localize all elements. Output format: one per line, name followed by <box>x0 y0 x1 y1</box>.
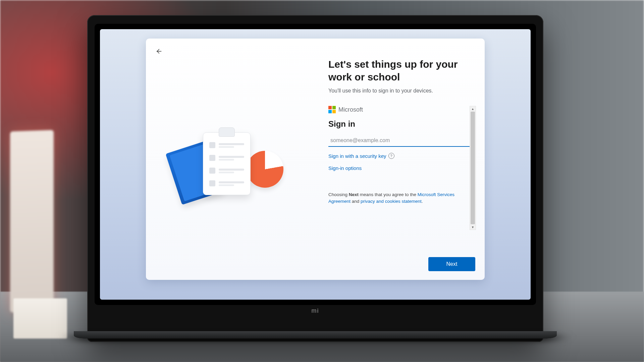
email-field[interactable] <box>328 135 474 147</box>
security-key-link-label: Sign in with a security key <box>328 153 386 159</box>
decor-box <box>13 298 67 339</box>
lamp <box>10 130 54 313</box>
signin-scroll-region: Microsoft Sign in Sign in with a securit… <box>328 106 476 230</box>
back-button[interactable] <box>152 45 165 58</box>
laptop-brand-label: mi <box>312 307 319 314</box>
laptop: mi <box>87 15 543 342</box>
screen: Let's set things up for your work or sch… <box>100 29 531 300</box>
page-subtitle: You'll use this info to sign in to your … <box>328 88 476 94</box>
legal-text: Choosing Next means that you agree to th… <box>328 191 470 205</box>
pie-chart-icon <box>247 151 283 188</box>
clipboard-icon <box>203 132 251 195</box>
laptop-base <box>74 331 557 339</box>
microsoft-brand-label: Microsoft <box>338 106 363 113</box>
signin-pane: Let's set things up for your work or sch… <box>328 58 476 272</box>
microsoft-logo-icon <box>328 106 336 113</box>
privacy-statement-link[interactable]: privacy and cookies statement <box>361 199 422 204</box>
next-button[interactable]: Next <box>428 257 475 271</box>
signin-options-link[interactable]: Sign-in options <box>328 165 362 171</box>
scroll-up-button[interactable]: ▲ <box>470 106 475 111</box>
oobe-card: Let's set things up for your work or sch… <box>146 39 485 280</box>
help-icon[interactable]: ? <box>388 153 394 159</box>
page-title: Let's set things up for your work or sch… <box>328 58 476 83</box>
illustration <box>173 132 283 209</box>
arrow-left-icon <box>155 48 162 55</box>
security-key-link[interactable]: Sign in with a security key ? <box>328 153 394 159</box>
laptop-lid: mi <box>87 15 543 342</box>
scroll-thumb[interactable] <box>471 112 475 224</box>
signin-scrollbar[interactable]: ▲ ▼ <box>470 106 476 230</box>
scroll-down-button[interactable]: ▼ <box>470 225 475 230</box>
microsoft-brand: Microsoft <box>328 106 470 113</box>
signin-heading: Sign in <box>328 119 470 129</box>
